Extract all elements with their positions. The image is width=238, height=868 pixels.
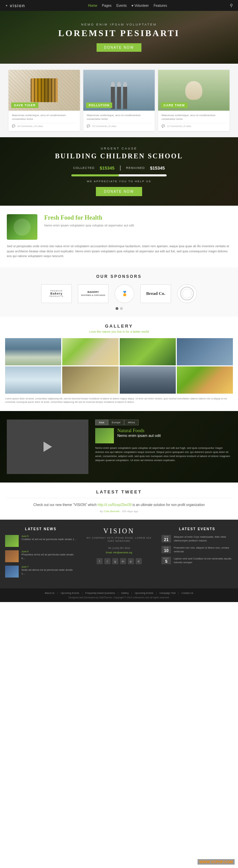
news-content-2: Phasellus erros ed at pernicula nade ama…: [21, 553, 76, 560]
progress-bar-wrap: [71, 174, 167, 176]
footer-bottom: About Us | Upcoming Events | Frequently …: [0, 588, 238, 602]
card-image-wrap-care: CARE THEM: [158, 70, 230, 111]
gallery-cell-3[interactable]: [120, 338, 176, 365]
social-linkedin[interactable]: in: [120, 558, 126, 564]
tweet-title: LATEST TWEET: [7, 489, 231, 494]
tweet-meta-user[interactable]: Cole Bennett: [104, 510, 119, 513]
tweet-divider: [7, 498, 231, 498]
tab-africa[interactable]: Africa: [124, 420, 138, 425]
sponsors-dot-1[interactable]: [116, 307, 118, 310]
gallery-cell-2[interactable]: [62, 338, 118, 365]
footer-links: About Us | Upcoming Events | Frequently …: [5, 592, 233, 594]
footer-tel: Tel: (1234) 567-3042: [83, 546, 155, 551]
sponsor-text-2: BAKERYPASTRIES & CUPCAKES: [81, 290, 105, 297]
event-item-3: MAR 5 Liptum omt sed Curdibur id est ven…: [162, 557, 233, 564]
video-title-block: Natural Foods Nemo enim ipsam aut odit: [117, 428, 161, 443]
footer-center: VISION MY COMPANY 4070 IPSUM ROAD, LOREM…: [83, 527, 155, 581]
news-item-2: June 6 Phasellus erros ed at pernicula n…: [5, 550, 76, 562]
food-section: Fresh Food for Health Nemo enim ipsam vo…: [0, 206, 238, 267]
gallery-img-kids: [5, 338, 61, 365]
event-text-3: Liptum omt sed Curdibur id est venenatis…: [174, 557, 233, 564]
stats-divider: |: [120, 165, 121, 171]
gallery-cell-5[interactable]: [5, 366, 61, 394]
comment-icon-2: 💬: [87, 125, 90, 128]
tweet-meta: By Cole Bennett - 200 days ago: [7, 510, 231, 513]
food-description: Sed ut perspiciatis unde omnis iste natu…: [7, 244, 231, 258]
food-title-part1: Fresh: [44, 214, 61, 221]
gallery-img-tiger2: [177, 366, 233, 394]
gallery-img-tiger: [62, 338, 118, 365]
card-body-pollution: Maecenas scelerisque, arcu et condimentu…: [83, 111, 155, 131]
sponsor-logo-2: BAKERYPASTRIES & CUPCAKES: [78, 284, 108, 303]
social-dribbble[interactable]: d: [136, 558, 142, 564]
video-thumbnail: [95, 428, 114, 443]
footer-events: LATEST EVENTS JAN 21 Aliquam ut torto Cr…: [162, 527, 233, 581]
event-text-1: Aliquam ut torto Crys malesuada, felis v…: [174, 535, 233, 542]
tweet-meta-time: 200 days ago: [122, 510, 138, 513]
nav-home[interactable]: Home: [88, 4, 97, 7]
footer-email-value[interactable]: info@wenlook.org: [113, 551, 132, 554]
social-twitter[interactable]: t: [104, 558, 111, 564]
gallery-cell-1[interactable]: [5, 338, 61, 365]
cause-stats: COLLECTED $15345 | REMAINED $15345: [7, 165, 231, 171]
social-googleplus[interactable]: g: [112, 558, 118, 564]
tab-europe[interactable]: Europe: [108, 420, 124, 425]
footer-logo: VISION: [83, 527, 155, 535]
nav-volunteer[interactable]: ♥ Volunteer: [132, 4, 149, 7]
tiger-illustration: [31, 78, 58, 102]
video-description: Nemo enim ipsam voluptatem quia voluptas…: [95, 446, 231, 462]
hero-subtitle: NEMO ENIM IPSAM VOLUPTATEM: [81, 23, 157, 26]
news-item-1: June 5 Crabitur id ant ed at pernicula n…: [5, 535, 76, 547]
comment-icon: 💬: [12, 125, 15, 128]
food-title-part2: for Health: [74, 214, 102, 221]
footer-link-upcoming[interactable]: Upcoming Events: [135, 592, 153, 594]
card-footer-save-tiger: 💬 20 Comments | 10 Likes: [12, 123, 76, 128]
footer-link-campaign[interactable]: Campaign Trail: [159, 592, 175, 594]
card-label-care: CARE THEM: [161, 102, 188, 108]
nav-features[interactable]: Features: [154, 4, 167, 7]
cause-donate-button[interactable]: DONATE NOW: [96, 187, 142, 196]
card-image-wrap: SAVE TIGER: [8, 70, 80, 111]
social-facebook[interactable]: f: [97, 558, 103, 564]
footer-link-faq[interactable]: Frequently Asked Questions: [85, 592, 115, 594]
sponsor-logo-1: PREMIUMBakeryPRODUCTS: [41, 284, 72, 303]
gallery-cell-4[interactable]: [177, 338, 233, 365]
video-player[interactable]: [7, 420, 88, 474]
news-text-3: June 7 Nulla ad alicna ed at pernicula n…: [21, 566, 76, 575]
footer-events-title: LATEST EVENTS: [162, 527, 233, 531]
sponsors-section: OUR SPONSORS PREMIUMBakeryPRODUCTS BAKER…: [0, 267, 238, 317]
event-date-1: JAN 21: [162, 535, 171, 542]
footer-tagline: MY COMPANY 4070 IPSUM ROAD, LOREM 634 00…: [83, 536, 155, 543]
smokestacks-illustration: [111, 82, 127, 109]
news-date-3: June 7: [21, 566, 76, 568]
navbar: ✦ vision Home Pages Events ♥ Volunteer F…: [0, 0, 238, 11]
nav-pages[interactable]: Pages: [102, 4, 112, 7]
footer-link-gallery[interactable]: Gallery: [121, 592, 129, 594]
footer-link-events[interactable]: Upcoming Events: [61, 592, 79, 594]
news-date-1: June 5: [21, 535, 76, 537]
gallery-img-factory: [120, 366, 176, 394]
gallery-img-rabbit: [62, 366, 118, 394]
gallery-cell-6[interactable]: [62, 366, 118, 394]
tab-asia[interactable]: Asia: [95, 420, 108, 425]
footer-contact: Tel: (1234) 567-3042 Email: info@wenlook…: [83, 546, 155, 555]
cause-section: URGENT CAUSE BUILDING CHILDREN SCHOOL CO…: [0, 137, 238, 206]
card-text-save-tiger: Maecenas scelerisque, arcu et condimentu…: [12, 113, 76, 121]
search-icon[interactable]: ⚲: [230, 3, 233, 8]
news-text-2: June 6 Phasellus erros ed at pernicula n…: [21, 550, 76, 560]
collected-value: $15345: [100, 165, 114, 171]
gallery-cell-8[interactable]: [177, 366, 233, 394]
food-inner: Fresh Food for Health Nemo enim ipsam vo…: [7, 214, 231, 240]
card-footer-pollution: 💬 15 Comments | 8 Likes: [87, 123, 151, 128]
gallery-cell-7[interactable]: [120, 366, 176, 394]
footer-link-contact[interactable]: Contact Us: [182, 592, 193, 594]
nav-events[interactable]: Events: [116, 4, 127, 7]
hero-donate-button[interactable]: DONATE NOW: [97, 43, 141, 52]
tweet-link[interactable]: http://t.co/Rzxp/Zbni39: [98, 503, 132, 507]
social-pinterest[interactable]: p: [128, 558, 134, 564]
gallery-img-heron: [5, 366, 61, 394]
footer-link-about[interactable]: About Us: [45, 592, 55, 594]
sponsors-dot-2[interactable]: [120, 307, 123, 310]
food-tagline: Nemo enim ipsam voluptatem quia voluptas…: [44, 223, 134, 228]
tweet-text-after: is an ultimate solution for non profit o…: [132, 503, 205, 507]
